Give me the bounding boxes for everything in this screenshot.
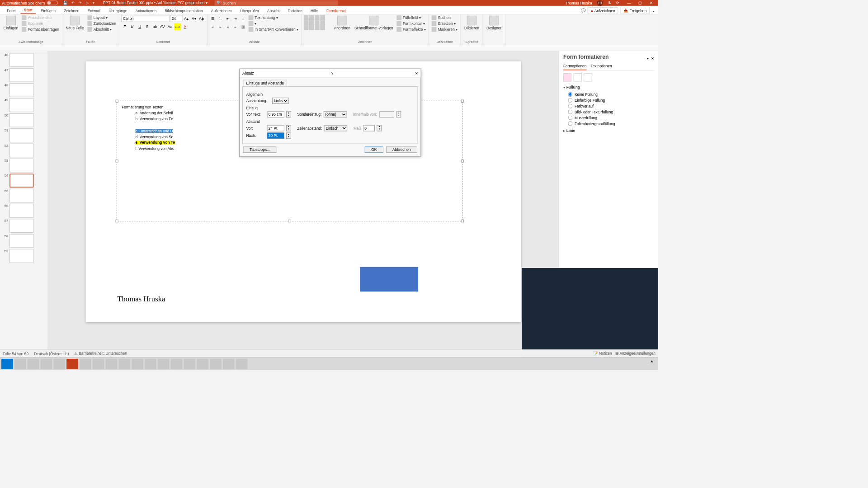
horizontal-ruler[interactable] [48, 45, 658, 51]
tab-start[interactable]: Start [20, 6, 36, 14]
ribbon-collapse-icon[interactable]: ⌄ [652, 8, 655, 13]
dialog-help-icon[interactable]: ? [331, 71, 334, 75]
thumbnail-48[interactable]: 48 [0, 83, 47, 98]
dialog-tab[interactable]: Einzüge und Abstände [243, 80, 287, 86]
layout-button[interactable]: Layout ▾ [87, 15, 117, 20]
taskbar-firefox[interactable] [28, 359, 39, 369]
align-text-button[interactable]: ▾ [248, 21, 299, 26]
dictate-button[interactable]: Diktieren [463, 15, 481, 31]
justify-button[interactable]: ≡ [232, 23, 239, 30]
display-settings-button[interactable]: ▦ Anzeigeeinstellungen [615, 351, 656, 356]
grow-font-icon[interactable]: A▴ [183, 15, 190, 22]
indent-inc-button[interactable]: ⇥ [232, 15, 239, 22]
replace-button[interactable]: Ersetzen ▾ [431, 21, 459, 26]
font-size-combo[interactable]: 24 [170, 15, 182, 22]
slide-panel[interactable]: 4647484950515253545556575859 [0, 51, 48, 360]
smartart-button[interactable]: In SmartArt konvertieren ▾ [248, 27, 299, 32]
search-box[interactable]: 🔍 Suchen [215, 0, 338, 5]
new-slide-button[interactable]: Neue Folie [64, 15, 85, 31]
tab-uebergaenge[interactable]: Übergänge [105, 7, 131, 14]
tray-icon[interactable]: ▲ [650, 359, 657, 369]
qat-more-icon[interactable]: ▾ [93, 1, 95, 5]
minimize-button[interactable]: — [624, 0, 634, 6]
taskbar-app4[interactable] [118, 359, 130, 369]
thumbnail-51[interactable]: 51 [0, 128, 47, 143]
vor-input[interactable] [267, 125, 284, 131]
fill-line-icon[interactable] [563, 73, 571, 81]
columns-button[interactable]: ▥ [240, 23, 246, 30]
taskbar-app5[interactable] [145, 359, 156, 369]
spacing-button[interactable]: AV [159, 23, 166, 30]
select-button[interactable]: Markieren ▾ [431, 27, 459, 32]
numbering-button[interactable]: ⒈ [217, 15, 224, 22]
radio-picture-fill[interactable]: Bild- oder Texturfüllung [563, 109, 654, 115]
shape-fill-button[interactable]: Fülleffekt ▾ [396, 15, 427, 20]
radio-slidebg-fill[interactable]: Folienhintergrundfüllung [563, 121, 654, 127]
tab-textoptionen[interactable]: Textoptionen [590, 63, 612, 70]
taskbar-app6[interactable] [158, 359, 170, 369]
radio-gradient-fill[interactable]: Farbverlauf [563, 103, 654, 109]
language-status[interactable]: Deutsch (Österreich) [34, 352, 69, 356]
shapes-gallery[interactable] [304, 15, 331, 30]
strike-button[interactable]: S [144, 23, 151, 30]
tab-aufzeichnen[interactable]: Aufzeichnen [208, 7, 235, 14]
taskbar-edge[interactable] [53, 359, 65, 369]
panel-options-icon[interactable]: ▾ [647, 56, 649, 61]
taskbar-app10[interactable] [210, 359, 222, 369]
indent-dec-button[interactable]: ⇤ [225, 15, 231, 22]
align-left-button[interactable]: ≡ [209, 23, 216, 30]
taskbar-app9[interactable] [197, 359, 208, 369]
line-section[interactable]: ▸ Linie [563, 128, 654, 133]
comments-icon[interactable]: 💬 [581, 8, 586, 13]
thumbnail-52[interactable]: 52 [0, 143, 47, 158]
font-combo[interactable]: Calibri [121, 15, 169, 22]
radio-no-fill[interactable]: Keine Füllung [563, 91, 654, 97]
accessibility-status[interactable]: ⚠ Barrierefreiheit: Untersuchen [74, 351, 127, 356]
save-icon[interactable]: 💾 [63, 1, 68, 5]
notes-button[interactable]: 📝 Notizen [593, 351, 612, 356]
share-button[interactable]: 📤 Freigeben [620, 7, 650, 14]
tab-formformat[interactable]: Formformat [323, 7, 349, 14]
line-select[interactable]: Einfach [324, 125, 348, 131]
redo-icon[interactable]: ↷ [79, 1, 82, 5]
arrange-button[interactable]: Anordnen [333, 15, 352, 31]
tab-hilfe[interactable]: Hilfe [307, 7, 322, 14]
tab-dictation[interactable]: Dictation [284, 7, 306, 14]
quick-styles-button[interactable]: Schnellformat-vorlagen [353, 15, 395, 31]
record-button[interactable]: ●Aufzeichnen [588, 7, 618, 14]
windows-taskbar[interactable]: ▲ [0, 357, 658, 370]
user-name[interactable]: Thomas Hruska [566, 1, 592, 5]
alignment-select[interactable]: Links [272, 98, 288, 104]
tab-bildschirm[interactable]: Bildschirmpräsentation [161, 7, 207, 14]
taskbar-explorer[interactable] [14, 359, 26, 369]
tab-animationen[interactable]: Animationen [132, 7, 160, 14]
taskbar-powerpoint[interactable] [66, 359, 78, 369]
tab-zeichnen[interactable]: Zeichnen [61, 7, 83, 14]
bold-button[interactable]: F [121, 23, 128, 30]
size-props-icon[interactable] [584, 73, 592, 81]
tab-datei[interactable]: Datei [4, 7, 19, 14]
taskbar-app8[interactable] [184, 359, 195, 369]
thumbnail-49[interactable]: 49 [0, 98, 47, 113]
taskbar-chrome[interactable] [40, 359, 52, 369]
paste-button[interactable]: Einfügen [2, 15, 20, 31]
tab-ueberpruefen[interactable]: Überprüfen [236, 7, 262, 14]
tabstops-button[interactable]: Tabstopps... [243, 147, 277, 153]
thumbnail-57[interactable]: 57 [0, 218, 47, 233]
thumbnail-54[interactable]: 54 [0, 173, 47, 188]
highlight-button[interactable]: ab [174, 23, 181, 30]
close-button[interactable]: ✕ [646, 0, 656, 6]
thumbnail-55[interactable]: 55 [0, 188, 47, 203]
panel-close-icon[interactable]: ✕ [651, 56, 654, 61]
fill-section[interactable]: ▾ Füllung [563, 85, 654, 89]
mass-input[interactable] [363, 125, 375, 131]
nach-input[interactable] [267, 132, 284, 139]
shrink-font-icon[interactable]: A▾ [190, 15, 197, 22]
bullets-button[interactable]: ☰ [209, 15, 216, 22]
clear-format-icon[interactable]: Aϕ [198, 15, 205, 22]
rectangle-shape[interactable] [360, 267, 418, 292]
tab-entwurf[interactable]: Entwurf [84, 7, 104, 14]
taskbar-app2[interactable] [93, 359, 104, 369]
shape-effects-button[interactable]: Formeffekte ▾ [396, 27, 427, 32]
thumbnail-53[interactable]: 53 [0, 158, 47, 173]
